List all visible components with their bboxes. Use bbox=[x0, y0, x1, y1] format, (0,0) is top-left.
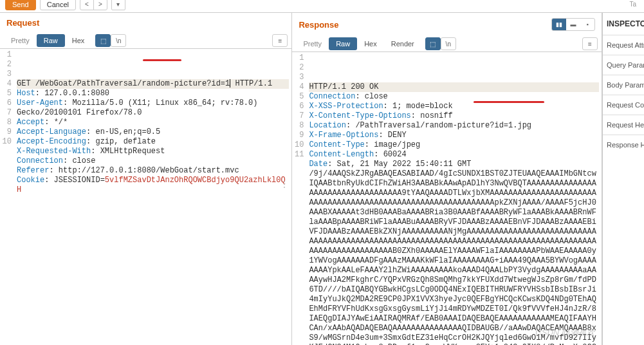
dropdown-button[interactable]: ▾ bbox=[111, 0, 125, 10]
layout-toggle[interactable]: ▮▮ ▬ ▪ bbox=[551, 18, 595, 31]
inspector-panel: INSPECTOR Request AttributesQuery Parame… bbox=[602, 13, 644, 345]
request-title: Request bbox=[6, 18, 39, 28]
request-panel: Request Pretty Raw Hex ⬚ \n ≡ 1234567891… bbox=[0, 13, 292, 345]
drag-handle-icon[interactable]: ⋮ bbox=[280, 179, 289, 189]
inspector-title: INSPECTOR bbox=[603, 13, 644, 35]
inspector-item[interactable]: Body Parameters bbox=[603, 75, 644, 95]
inspector-item[interactable]: Response Headers bbox=[603, 135, 644, 154]
inspector-item[interactable]: Request Headers bbox=[603, 115, 644, 135]
inspector-item[interactable]: Query Parameters bbox=[603, 55, 644, 75]
hsplit-icon[interactable]: ▬ bbox=[566, 19, 580, 30]
layout-icon[interactable]: ⬚ bbox=[95, 34, 111, 47]
inspector-item[interactable]: Request Cookies bbox=[603, 95, 644, 115]
request-editor[interactable]: 12345678910 GET /WebGoat/PathTraversal/r… bbox=[0, 49, 291, 345]
single-icon[interactable]: ▪ bbox=[580, 19, 594, 30]
tab-raw[interactable]: Raw bbox=[37, 34, 65, 47]
tab-pretty-resp[interactable]: Pretty bbox=[296, 37, 329, 50]
menu-icon-resp[interactable]: ≡ bbox=[582, 37, 598, 50]
tab-hex-resp[interactable]: Hex bbox=[357, 37, 384, 50]
watermark: CSDN @酒孤欢 bbox=[535, 327, 595, 339]
newline-icon[interactable]: \n bbox=[111, 34, 126, 47]
response-title: Response bbox=[299, 20, 338, 30]
target-label: Ta bbox=[629, 1, 639, 8]
newline-icon-resp[interactable]: \n bbox=[441, 37, 456, 50]
send-button[interactable]: Send bbox=[5, 0, 36, 10]
layout-icon-resp[interactable]: ⬚ bbox=[425, 37, 441, 50]
prev-button[interactable]: < bbox=[80, 0, 94, 10]
vsplit-icon[interactable]: ▮▮ bbox=[552, 19, 566, 30]
inspector-item[interactable]: Request Attributes bbox=[603, 35, 644, 55]
next-button[interactable]: > bbox=[93, 0, 107, 10]
response-viewer[interactable]: 1234567891011 HTTP/1.1 200 OKConnection:… bbox=[292, 52, 602, 345]
tab-pretty[interactable]: Pretty bbox=[4, 34, 37, 47]
tab-hex[interactable]: Hex bbox=[65, 34, 92, 47]
response-panel: Response ▮▮ ▬ ▪ Pretty Raw Hex Render ⬚ … bbox=[292, 13, 602, 345]
menu-icon[interactable]: ≡ bbox=[272, 34, 288, 47]
cancel-button[interactable]: Cancel bbox=[40, 0, 76, 10]
tab-raw-resp[interactable]: Raw bbox=[329, 37, 357, 50]
tab-render-resp[interactable]: Render bbox=[384, 37, 421, 50]
